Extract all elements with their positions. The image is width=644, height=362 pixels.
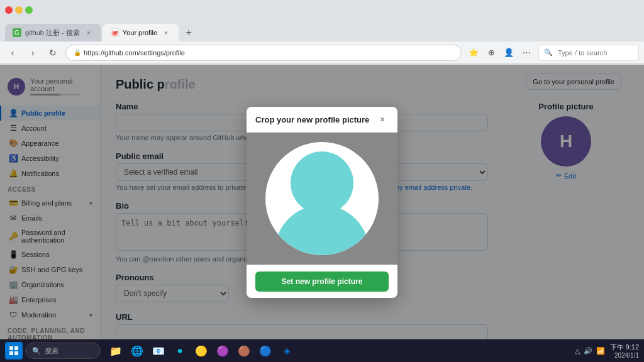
- volume-icon: 🔊: [584, 347, 592, 355]
- tab-label-1: github 注册 - 搜索: [25, 28, 80, 38]
- tab-github-signup[interactable]: G github 注册 - 搜索 ×: [5, 24, 101, 41]
- set-profile-picture-button[interactable]: Set new profile picture: [255, 272, 389, 292]
- tabs-bar: G github 注册 - 搜索 × 🐙 Your profile × +: [0, 20, 644, 41]
- profile-icon[interactable]: 👤: [502, 46, 516, 60]
- taskbar-clock: 下午 9:12 2024/1/1: [610, 343, 639, 359]
- svg-rect-1: [14, 346, 18, 350]
- search-icon: 🔍: [544, 48, 553, 57]
- tab-favicon-2: 🐙: [110, 28, 119, 37]
- address-bar: ‹ › ↻ 🔒 https://github.com/settings/prof…: [0, 41, 644, 64]
- address-text: https://github.com/settings/profile: [84, 49, 185, 57]
- github-search[interactable]: 🔍: [538, 45, 639, 61]
- taskbar-app-3[interactable]: 🟣: [213, 341, 233, 361]
- reload-button[interactable]: ↻: [45, 45, 60, 60]
- minimize-window-button[interactable]: [15, 6, 23, 14]
- modal-header: Crop your new profile picture ×: [247, 107, 397, 133]
- svg-rect-0: [9, 346, 13, 350]
- start-button[interactable]: [5, 342, 23, 359]
- crop-modal: Crop your new profile picture × Set new …: [247, 107, 397, 298]
- extensions-icon[interactable]: ⭐: [467, 46, 480, 60]
- wifi-icon: 📶: [596, 347, 605, 355]
- taskbar-search-text: 搜索: [45, 346, 58, 356]
- taskbar-app-1[interactable]: ●: [170, 341, 190, 361]
- taskbar-app-4[interactable]: 🟤: [234, 341, 254, 361]
- address-input[interactable]: 🔒 https://github.com/settings/profile: [65, 45, 462, 61]
- taskbar-right: △ 🔊 📶 下午 9:12 2024/1/1: [575, 343, 639, 359]
- svg-rect-3: [14, 351, 18, 355]
- crop-circle-mask: [265, 142, 379, 255]
- taskbar-app-2[interactable]: 🟡: [191, 341, 211, 361]
- modal-overlay: Crop your new profile picture × Set new …: [0, 65, 644, 340]
- tab-label-2: Your profile: [123, 29, 157, 36]
- bookmark-icon[interactable]: ⊕: [484, 46, 498, 60]
- taskbar-apps: 📁 🌐 📧 ● 🟡 🟣 🟤 🔵 ◈: [106, 341, 297, 361]
- forward-button[interactable]: ›: [25, 45, 40, 60]
- tab-your-profile[interactable]: 🐙 Your profile ×: [103, 24, 179, 41]
- crop-area[interactable]: [247, 133, 397, 265]
- taskbar-sys-icons: △ 🔊 📶: [575, 347, 605, 355]
- window-controls: [5, 6, 33, 14]
- taskbar-app-chrome[interactable]: 🔵: [255, 341, 275, 361]
- browser-chrome: G github 注册 - 搜索 × 🐙 Your profile × + ‹ …: [0, 0, 644, 65]
- new-tab-button[interactable]: +: [180, 24, 197, 41]
- settings-icon[interactable]: ⋯: [519, 46, 533, 60]
- taskbar-app-edge[interactable]: 🌐: [127, 341, 147, 361]
- network-icon: △: [575, 347, 580, 355]
- taskbar-app-explorer[interactable]: 📁: [106, 341, 126, 361]
- maximize-window-button[interactable]: [25, 6, 33, 14]
- tab-close-1[interactable]: ×: [84, 28, 94, 38]
- clock-time: 下午 9:12: [610, 343, 639, 352]
- tab-close-2[interactable]: ×: [161, 28, 171, 38]
- modal-close-button[interactable]: ×: [376, 113, 389, 126]
- taskbar-app-mail[interactable]: 📧: [148, 341, 169, 361]
- search-input[interactable]: [558, 49, 633, 57]
- svg-rect-2: [9, 351, 13, 355]
- modal-footer: Set new profile picture: [247, 265, 397, 298]
- modal-title: Crop your new profile picture: [255, 115, 369, 124]
- crop-avatar-body: [265, 142, 379, 255]
- taskbar-search-icon: 🔍: [32, 347, 41, 355]
- clock-date: 2024/1/1: [610, 352, 639, 359]
- close-window-button[interactable]: [5, 6, 13, 14]
- taskbar-search[interactable]: 🔍 搜索: [25, 343, 101, 359]
- taskbar-app-vscode[interactable]: ◈: [277, 341, 297, 361]
- tab-favicon-1: G: [13, 28, 21, 37]
- crop-body-shape: [275, 205, 369, 255]
- title-bar: [0, 0, 644, 20]
- back-button[interactable]: ‹: [5, 45, 20, 60]
- taskbar: 🔍 搜索 📁 🌐 📧 ● 🟡 🟣 🟤 🔵 ◈ △ 🔊 📶 下午 9:12 202…: [0, 339, 644, 362]
- modal-body: [247, 133, 397, 265]
- toolbar-icons: ⭐ ⊕ 👤 ⋯: [467, 46, 533, 60]
